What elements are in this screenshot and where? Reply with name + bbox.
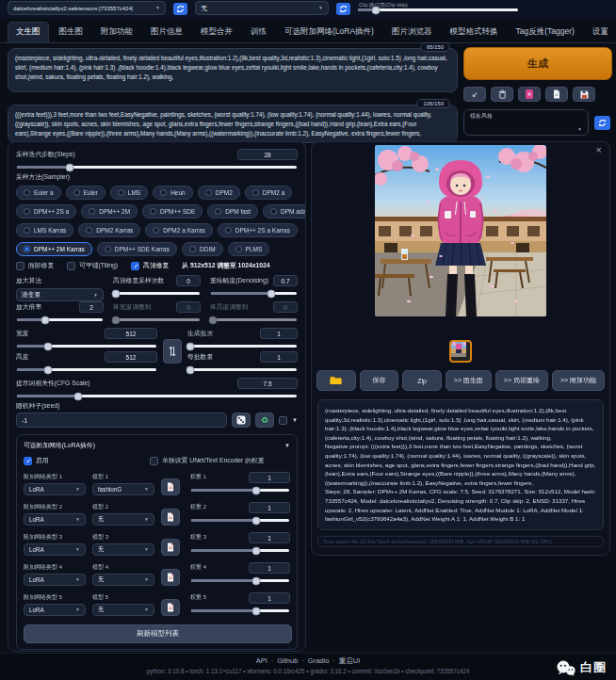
network-type-select[interactable]: LoRA▼ — [24, 574, 86, 586]
vae-select[interactable]: 无▼ — [195, 1, 329, 15]
width-value[interactable]: 512 — [105, 328, 157, 339]
weight-value[interactable]: 1 — [249, 592, 290, 604]
model-select[interactable]: dalceforealistictallyv2.safetensors [733… — [8, 1, 166, 15]
sampler-option[interactable]: DPM++ 2S a Karras — [218, 223, 298, 237]
sampler-option-selected[interactable]: DPM++ 2M Karras — [16, 242, 92, 256]
weight-value[interactable]: 1 — [249, 502, 290, 513]
refresh-styles-button[interactable] — [594, 116, 610, 130]
cfg-slider[interactable] — [17, 395, 297, 397]
addnet-enable-checkbox[interactable]: 启用 — [24, 456, 146, 465]
tab-additional-networks[interactable]: 可选附加网络(LoRA插件) — [277, 23, 381, 42]
tab-model-converter[interactable]: 模型格式转换 — [442, 23, 505, 42]
lora-model-select[interactable]: fashionG▼ — [92, 483, 154, 495]
sampler-option[interactable]: Euler — [66, 186, 105, 200]
cfg-value[interactable]: 7.5 — [237, 378, 298, 389]
hires-steps-slider[interactable] — [114, 292, 200, 295]
batch-size-slider[interactable] — [188, 368, 297, 371]
sampler-option[interactable]: DPM2 a Karras — [145, 223, 212, 237]
width-slider[interactable] — [17, 345, 156, 348]
sampler-option[interactable]: DPM++ SDE — [142, 204, 203, 219]
sampler-option[interactable]: LMS Karras — [16, 223, 73, 237]
sampler-option[interactable]: DPM2 — [198, 186, 240, 200]
seed-input[interactable]: -1 — [16, 413, 227, 428]
gallery-thumbnail-selected[interactable] — [449, 340, 472, 363]
weight-slider[interactable] — [191, 609, 289, 612]
weight-slider[interactable] — [191, 579, 289, 582]
refresh-vae-button[interactable] — [336, 3, 350, 15]
tab-extras[interactable]: 附加功能 — [93, 23, 140, 42]
sampler-option[interactable]: LMS — [110, 186, 148, 200]
paste-params-button[interactable]: ↙ — [463, 87, 486, 102]
save-style-button[interactable] — [573, 87, 595, 102]
weight-slider[interactable] — [191, 519, 289, 522]
network-type-select[interactable]: LoRA▼ — [24, 483, 86, 495]
sampler-option[interactable]: DPM++ 2M — [81, 204, 138, 219]
sampler-option[interactable]: DPM2 a — [245, 186, 292, 200]
hires-fix-checkbox[interactable]: 高清修复 — [131, 261, 169, 270]
lora-model-select[interactable]: 无▼ — [92, 574, 154, 586]
denoise-value[interactable]: 0.7 — [273, 275, 298, 286]
generate-button[interactable]: 生成 — [463, 47, 612, 80]
tiling-checkbox[interactable]: 可平铺(Tiling) — [67, 261, 118, 270]
sampler-option[interactable]: DPM fast — [207, 204, 258, 219]
resize-width-slider[interactable] — [114, 318, 200, 321]
sampler-option[interactable]: DPM2 Karras — [78, 223, 140, 237]
denoise-slider[interactable] — [211, 292, 297, 295]
footer-link-github[interactable]: Github — [277, 656, 298, 665]
sampler-option[interactable]: PLMS — [228, 242, 270, 256]
lora-model-select[interactable]: 无▼ — [92, 543, 154, 556]
footer-link-api[interactable]: API — [256, 656, 267, 665]
sampler-option[interactable]: DPM adaptive — [263, 204, 306, 219]
random-seed-button[interactable] — [232, 413, 251, 428]
lora-info-button[interactable] — [161, 539, 180, 556]
hires-steps-value[interactable]: 0 — [176, 275, 201, 286]
tab-train[interactable]: 训练 — [243, 23, 274, 42]
styles-dropdown[interactable]: 模板风格 ▼ — [463, 109, 589, 136]
network-type-select[interactable]: LoRA▼ — [24, 513, 86, 526]
height-value[interactable]: 512 — [105, 351, 157, 363]
weight-value[interactable]: 1 — [249, 562, 290, 574]
sampler-option[interactable]: DPM++ 2S a — [16, 204, 76, 219]
weight-value[interactable]: 1 — [249, 472, 290, 483]
sampler-option[interactable]: Euler a — [16, 186, 61, 200]
extra-seed-checkbox[interactable] — [279, 416, 287, 425]
apply-style-button[interactable] — [545, 87, 568, 102]
refresh-models-button[interactable]: 刷新模型列表 — [24, 624, 292, 643]
tab-img2img[interactable]: 图生图 — [52, 23, 91, 42]
footer-link-restart-ui[interactable]: 重启UI — [339, 656, 361, 665]
tab-image-browser[interactable]: 图片浏览器 — [384, 23, 440, 42]
addnet-collapse-icon[interactable]: ▼ — [284, 443, 290, 448]
swap-dimensions-button[interactable] — [163, 339, 182, 364]
seed-expand-icon[interactable]: ▼ — [292, 417, 298, 423]
tab-settings[interactable]: 设置 — [585, 23, 616, 42]
upscale-by-slider[interactable] — [17, 318, 103, 321]
clear-prompt-button[interactable] — [491, 87, 513, 102]
lora-info-button[interactable] — [161, 599, 180, 616]
footer-link-gradio[interactable]: Gradio — [308, 656, 330, 665]
resize-width-value[interactable]: 0 — [176, 301, 201, 313]
weight-slider[interactable] — [191, 549, 289, 552]
steps-slider[interactable] — [17, 166, 297, 169]
weight-value[interactable]: 1 — [249, 532, 290, 543]
height-slider[interactable] — [17, 368, 156, 371]
tab-tagger[interactable]: Tag反推(Tagger) — [508, 23, 581, 42]
tab-checkpoint-merger[interactable]: 模型合并 — [193, 23, 240, 42]
addnet-separate-checkbox[interactable]: 单独设置 UNet/Text Encoder 的权重 — [150, 456, 264, 465]
lora-info-button[interactable] — [161, 569, 180, 586]
tab-txt2img[interactable]: 文生图 — [8, 22, 49, 42]
refresh-model-button[interactable] — [173, 3, 187, 15]
lora-model-select[interactable]: 无▼ — [92, 513, 154, 526]
lora-info-button[interactable] — [161, 509, 180, 526]
zip-button[interactable]: Zip — [402, 370, 442, 391]
network-type-select[interactable]: LoRA▼ — [24, 604, 86, 616]
generated-image[interactable] — [375, 145, 546, 316]
batch-count-slider[interactable] — [188, 345, 297, 348]
lora-info-button[interactable] — [161, 478, 180, 495]
send-to-extras-button[interactable]: >> 附加功能 — [552, 370, 605, 391]
extra-networks-button[interactable] — [518, 87, 541, 102]
network-type-select[interactable]: LoRA▼ — [24, 543, 86, 556]
upscale-by-value[interactable]: 2 — [79, 301, 104, 313]
sampler-option[interactable]: DPM++ SDE Karras — [97, 242, 177, 256]
resize-height-value[interactable]: 0 — [273, 301, 298, 313]
sampler-option[interactable]: Heun — [153, 186, 193, 200]
